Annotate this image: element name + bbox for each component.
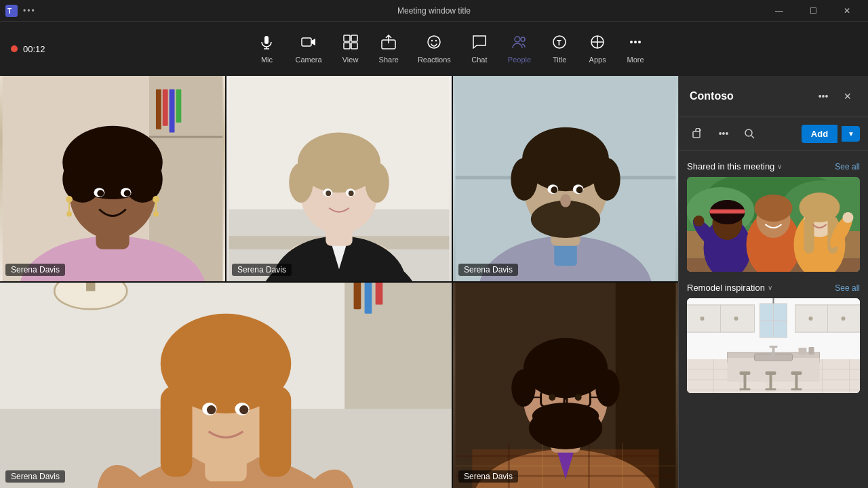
video-cell-2: Serena Davis <box>226 76 452 281</box>
chat-button[interactable]: Chat <box>462 30 497 68</box>
name-tag-1: Serena Davis <box>5 264 65 276</box>
video-cell-4: Serena Davis <box>0 283 452 488</box>
video-cell-3: Serena Davis <box>453 76 678 281</box>
panel-search-button[interactable] <box>738 123 760 144</box>
svg-point-125 <box>595 369 619 407</box>
video-cell-1: Serena Davis <box>0 76 225 281</box>
titlebar-left: T ••• <box>5 5 36 17</box>
svg-rect-5 <box>302 38 311 46</box>
svg-rect-135 <box>693 131 700 138</box>
svg-point-22 <box>630 41 633 43</box>
add-chevron-button[interactable]: ▼ <box>842 126 860 142</box>
remodel-section-title[interactable]: Remodel inspiration ∨ <box>687 283 772 293</box>
restore-button[interactable]: ☐ <box>797 0 829 22</box>
svg-text:T: T <box>7 7 12 15</box>
camera-icon <box>301 35 316 53</box>
panel-header-actions: ••• ✕ <box>814 87 857 106</box>
svg-point-75 <box>593 158 620 201</box>
participant-video-1 <box>0 76 225 281</box>
svg-point-159 <box>843 212 854 223</box>
svg-point-43 <box>66 196 73 203</box>
svg-rect-197 <box>770 375 772 390</box>
panel-content: Shared in this meeting ∨ See all <box>679 150 868 488</box>
view-button[interactable]: View <box>333 30 368 68</box>
apps-label: Apps <box>589 56 606 64</box>
svg-point-134 <box>575 394 582 401</box>
svg-rect-31 <box>149 136 222 138</box>
svg-rect-9 <box>344 43 350 49</box>
svg-rect-195 <box>740 388 751 390</box>
title-button[interactable]: T Title <box>542 30 577 68</box>
svg-rect-10 <box>351 43 357 49</box>
panel-close-button[interactable]: ✕ <box>838 87 857 106</box>
svg-point-176 <box>734 317 738 321</box>
people-label: People <box>508 56 531 64</box>
svg-marker-6 <box>311 39 315 45</box>
svg-rect-196 <box>766 371 776 375</box>
chat-label: Chat <box>471 56 487 64</box>
svg-point-24 <box>638 41 641 43</box>
svg-rect-102 <box>259 386 291 477</box>
svg-point-15 <box>515 37 520 42</box>
svg-point-61 <box>365 163 389 203</box>
shared-see-all-button[interactable]: See all <box>835 162 860 171</box>
camera-button[interactable]: Camera <box>287 30 330 68</box>
svg-point-78 <box>551 186 557 193</box>
recording-indicator <box>11 45 18 52</box>
view-label: View <box>342 56 359 64</box>
remodel-title-text: Remodel inspiration <box>687 283 765 293</box>
svg-point-124 <box>511 369 535 407</box>
video-grid: Serena Davis <box>0 76 678 488</box>
add-button[interactable]: Add <box>802 125 837 143</box>
reactions-icon <box>427 35 441 53</box>
svg-point-136 <box>745 129 752 136</box>
svg-point-175 <box>701 317 705 321</box>
toolbar-left: 00:12 <box>11 44 45 54</box>
titlebar-more-icon[interactable]: ••• <box>23 6 36 16</box>
kitchen-svg <box>687 298 860 393</box>
shared-image-people[interactable] <box>687 177 860 272</box>
shared-title-text: Shared in this meeting <box>687 161 774 171</box>
svg-point-13 <box>431 39 433 41</box>
reactions-button[interactable]: Reactions <box>410 30 459 68</box>
svg-point-152 <box>755 195 793 222</box>
svg-point-123 <box>524 338 608 399</box>
svg-point-41 <box>97 190 104 197</box>
panel-more-button[interactable]: ••• <box>814 87 833 106</box>
people-button[interactable]: People <box>500 30 539 68</box>
svg-point-16 <box>521 37 525 41</box>
people-icon <box>512 35 527 53</box>
apps-button[interactable]: Apps <box>580 30 615 68</box>
remodel-see-all-button[interactable]: See all <box>835 283 860 293</box>
svg-rect-90 <box>365 283 372 314</box>
svg-rect-189 <box>770 346 778 348</box>
remodel-image-kitchen[interactable] <box>687 298 860 393</box>
more-button[interactable]: More <box>618 30 653 68</box>
svg-rect-156 <box>804 216 814 253</box>
svg-rect-30 <box>176 89 181 123</box>
svg-rect-200 <box>795 375 798 390</box>
meeting-timer: 00:12 <box>23 44 45 54</box>
titlebar-controls: — ☐ ✕ <box>764 0 863 22</box>
share-button[interactable]: Share <box>371 30 407 68</box>
name-tag-2: Serena Davis <box>232 264 292 276</box>
panel-toolbar: ••• Add ▼ <box>679 117 868 150</box>
svg-rect-7 <box>344 35 350 41</box>
svg-rect-28 <box>163 89 168 126</box>
apps-icon <box>590 35 605 53</box>
mic-button[interactable]: Mic <box>249 30 284 68</box>
participant-video-2 <box>226 76 452 281</box>
svg-point-45 <box>66 211 72 217</box>
svg-rect-91 <box>376 283 383 304</box>
name-tag-5: Serena Davis <box>458 470 518 483</box>
svg-point-149 <box>694 216 705 226</box>
shared-section-title[interactable]: Shared in this meeting ∨ <box>687 161 782 171</box>
minimize-button[interactable]: — <box>764 0 795 22</box>
mic-icon <box>259 35 274 53</box>
svg-rect-8 <box>351 35 357 41</box>
panel-more-options-button[interactable]: ••• <box>713 123 734 144</box>
panel-share-button[interactable] <box>687 123 709 144</box>
svg-rect-194 <box>744 375 747 390</box>
share-label: Share <box>379 56 399 64</box>
close-button[interactable]: ✕ <box>831 0 863 22</box>
